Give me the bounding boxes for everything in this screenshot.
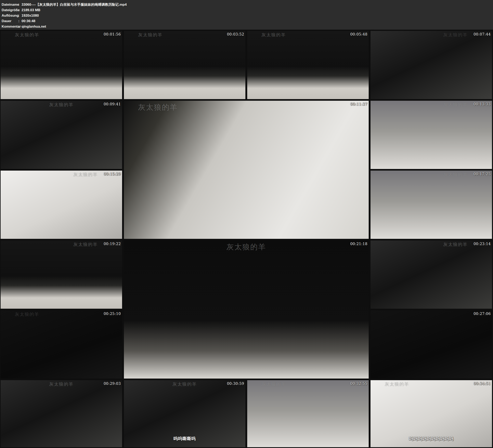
watermark-text: 灰太狼的羊 <box>261 32 286 38</box>
watermark-text: 灰太狼的羊 <box>385 381 409 387</box>
video-thumbnail: 灰太狼的羊 00:17:25 <box>370 171 492 239</box>
watermark-text: 灰太狼的羊 <box>15 311 39 317</box>
video-thumbnail-large: 灰太狼的羊 00:21:18 <box>124 240 369 379</box>
video-thumbnail: 灰太狼的羊 00:03:52 <box>124 31 245 99</box>
metadata-label: Dateigröße <box>2 7 18 13</box>
timestamp-overlay: 00:07:44 <box>473 32 491 36</box>
caption-overlay: 呜呜呜呜呜呜呜呜呜呜 <box>370 436 492 441</box>
video-thumbnail: 灰太狼的羊 00:19:22 <box>0 240 122 309</box>
timestamp-overlay: 00:05:48 <box>350 32 368 36</box>
metadata-separator: : <box>18 13 22 18</box>
timestamp-overlay: 00:23:14 <box>473 242 491 246</box>
metadata-separator: : <box>18 24 22 29</box>
video-thumbnail: 灰太狼的羊 00:34:51 呜呜呜呜呜呜呜呜呜呜 <box>370 380 492 447</box>
watermark-text: 灰太狼的羊 <box>124 242 369 252</box>
metadata-separator: : <box>18 7 22 13</box>
metadata-label: Auflösung <box>2 13 18 18</box>
watermark-text: 灰太狼的羊 <box>261 381 286 387</box>
timestamp-overlay: 00:34:51 <box>473 381 491 386</box>
caption-overlay: 呜呜嘶嘶呜 <box>124 436 245 441</box>
metadata-row-resolution: Auflösung : 1920x1080 <box>2 13 493 18</box>
metadata-separator: : <box>18 2 22 7</box>
timestamp-overlay: 00:11:37 <box>350 102 368 106</box>
watermark-text: 灰太狼的羊 <box>443 102 468 108</box>
metadata-value-filename: 33060----【灰太狼的羊】白丝袜与水手服妹妹的绳缚调教历险记.mp4 <box>22 2 127 7</box>
watermark-text: 灰太狼的羊 <box>443 241 468 247</box>
metadata-value-comment: qinglanhua.net <box>22 24 46 29</box>
timestamp-overlay: 00:19:22 <box>104 242 121 246</box>
metadata-row-comment: Kommentar : qinglanhua.net <box>2 24 493 29</box>
video-thumbnail: 灰太狼的羊 00:09:41 <box>0 101 122 169</box>
contact-sheet: Dateiname : 33060----【灰太狼的羊】白丝袜与水手服妹妹的绳缚… <box>0 0 493 448</box>
metadata-label: Dateiname <box>2 2 18 7</box>
timestamp-overlay: 00:21:18 <box>350 242 368 246</box>
video-thumbnail: 灰太狼的羊 00:23:14 <box>370 240 492 309</box>
metadata-label: Kommentar <box>2 24 18 29</box>
watermark-text: 灰太狼的羊 <box>443 32 468 38</box>
video-thumbnail-large: 灰太狼的羊 00:11:37 <box>124 101 369 239</box>
video-thumbnail: 灰太狼的羊 00:29:03 <box>0 380 122 447</box>
watermark-text: 灰太狼的羊 <box>73 172 98 178</box>
timestamp-overlay: 00:29:03 <box>104 381 121 386</box>
timestamp-overlay: 00:15:29 <box>104 172 121 176</box>
metadata-value-resolution: 1920x1080 <box>22 13 39 18</box>
video-thumbnail: 灰太狼的羊 00:13:33 <box>370 101 492 169</box>
timestamp-overlay: 00:17:25 <box>473 172 491 176</box>
timestamp-overlay: 00:27:06 <box>473 312 491 316</box>
metadata-row-filename: Dateiname : 33060----【灰太狼的羊】白丝袜与水手服妹妹的绳缚… <box>2 2 493 7</box>
metadata-label: Dauer <box>2 18 18 24</box>
timestamp-overlay: 00:09:41 <box>104 102 121 106</box>
video-thumbnail: 灰太狼的羊 00:05:48 <box>247 31 369 99</box>
watermark-text: 灰太狼的羊 <box>138 102 178 112</box>
metadata-value-duration: 00:36:48 <box>22 18 35 24</box>
metadata-row-duration: Dauer : 00:36:48 <box>2 18 493 24</box>
timestamp-overlay: 00:30:59 <box>227 381 244 386</box>
watermark-text: 灰太狼的羊 <box>138 32 163 38</box>
video-thumbnail: 00:27:06 <box>370 310 492 379</box>
watermark-text: 灰太狼的羊 <box>73 241 98 247</box>
metadata-separator: : <box>18 18 22 24</box>
watermark-text: 灰太狼的羊 <box>15 32 39 38</box>
timestamp-overlay: 00:32:55 <box>350 381 368 386</box>
video-thumbnail: 灰太狼的羊 00:07:44 <box>370 31 492 99</box>
timestamp-overlay: 00:03:52 <box>227 32 244 36</box>
video-thumbnail: 灰太狼的羊 00:01:56 <box>0 31 122 99</box>
metadata-row-filesize: Dateigröße : 2189.03 MB <box>2 7 493 13</box>
timestamp-overlay: 00:13:33 <box>473 102 491 106</box>
metadata-value-filesize: 2189.03 MB <box>22 7 40 13</box>
video-thumbnail: 灰太狼的羊 00:25:10 <box>0 310 122 379</box>
timestamp-overlay: 00:25:10 <box>104 312 121 316</box>
video-thumbnail: 灰太狼的羊 00:30:59 呜呜嘶嘶呜 <box>124 380 245 447</box>
metadata-header: Dateiname : 33060----【灰太狼的羊】白丝袜与水手服妹妹的绳缚… <box>0 0 493 30</box>
video-thumbnail: 灰太狼的羊 00:32:55 <box>247 380 369 447</box>
watermark-text: 灰太狼的羊 <box>443 172 468 178</box>
timestamp-overlay: 00:01:56 <box>104 32 121 36</box>
video-thumbnail: 灰太狼的羊 00:15:29 <box>0 171 122 239</box>
